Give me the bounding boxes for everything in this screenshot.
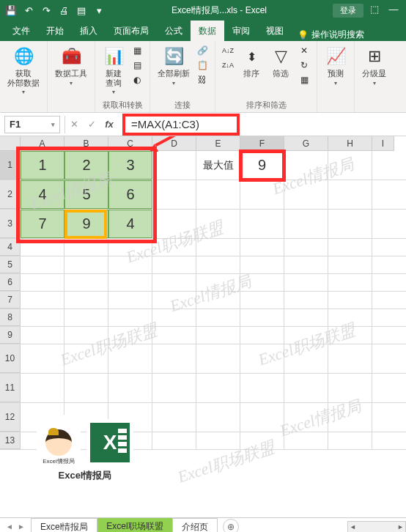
scroll-left-icon[interactable]: ◄ [350,523,356,531]
col-I[interactable]: I [372,136,394,151]
sheet-tab-2[interactable]: Excel职场联盟 [97,517,172,533]
new-file-icon[interactable]: ▤ [75,4,88,17]
rowhead-4[interactable]: 4 [0,239,21,256]
scroll-right-icon[interactable]: ► [397,523,404,531]
advanced-icon[interactable]: ▦ [298,73,311,86]
col-H[interactable]: H [328,136,372,151]
rowhead-8[interactable]: 8 [0,309,21,326]
rowhead-12[interactable]: 12 [0,403,21,432]
name-box[interactable]: F1 ▾ [4,116,60,133]
rowhead-1[interactable]: 1 [0,151,21,180]
tab-review[interactable]: 审阅 [224,21,258,41]
cell-B3[interactable]: 9 [64,210,108,238]
cell-E2[interactable] [196,180,240,209]
tab-data[interactable]: 数据 [191,21,224,41]
add-sheet-button[interactable]: ⊕ [223,519,239,533]
connections-icon[interactable]: 🔗 [196,44,209,57]
rowhead-10[interactable]: 10 [0,344,21,373]
col-G[interactable]: G [284,136,328,151]
col-C[interactable]: C [108,136,152,151]
rowhead-11[interactable]: 11 [0,374,21,402]
properties-icon[interactable]: 📋 [196,59,209,72]
cell-B1[interactable]: 2 [64,151,108,180]
cell-G3[interactable] [284,210,328,238]
select-all-corner[interactable] [0,136,21,151]
chevron-down-icon[interactable]: ▾ [51,121,55,128]
rowhead-6[interactable]: 6 [0,274,21,291]
sheet-nav-prev-icon[interactable]: ◄ [4,522,15,531]
col-F[interactable]: F [240,136,284,151]
cell-H1[interactable] [328,151,372,180]
edit-links-icon[interactable]: ⛓ [196,73,209,86]
horizontal-scrollbar[interactable]: ◄ ► [347,521,406,533]
cell-A3[interactable]: 7 [21,210,64,238]
from-table-icon[interactable]: ▤ [130,59,144,72]
cell-E1[interactable]: 最大值 [196,151,240,180]
enter-icon[interactable]: ✓ [83,119,100,130]
cell-A2[interactable]: 4 [21,180,64,209]
sort-asc-icon[interactable]: A↓Z [221,44,235,57]
show-queries-icon[interactable]: ▦ [130,44,144,57]
print-preview-icon[interactable]: 🖨 [57,4,70,17]
cancel-icon[interactable]: ✕ [65,119,83,130]
forecast-button[interactable]: 📈 预测 ▾ [323,44,348,88]
cell-F1[interactable]: 9 [240,151,284,180]
data-tools-button[interactable]: 🧰 数据工具 ▾ [53,44,89,88]
rowhead-2[interactable]: 2 [0,180,21,209]
tab-insert[interactable]: 插入 [72,21,106,41]
tab-formula[interactable]: 公式 [157,21,191,41]
cell-C2[interactable]: 6 [108,180,152,209]
cell-C3[interactable]: 4 [108,210,152,238]
cell-D3[interactable] [152,210,196,238]
new-query-button[interactable]: 📊 新建 查询 ▾ [101,44,126,97]
tell-me[interactable]: 💡 操作说明搜索 [298,29,364,41]
cell-E3[interactable] [196,210,240,238]
cell-F2[interactable] [240,180,284,209]
cell-C1[interactable]: 3 [108,151,152,180]
reapply-icon[interactable]: ↻ [298,59,311,72]
rowhead-9[interactable]: 9 [0,327,21,344]
tab-home[interactable]: 开始 [38,21,72,41]
cell-A4[interactable] [21,239,64,256]
col-A[interactable]: A [21,136,64,151]
login-button[interactable]: 登录 [333,4,363,18]
sort-button[interactable]: ⬍ 排序 [239,44,264,80]
redo-icon[interactable]: ↷ [40,4,53,17]
rowhead-3[interactable]: 3 [0,210,21,238]
cell-A1[interactable]: 1 [21,151,64,180]
get-external-data-button[interactable]: 🌐 获取 外部数据 ▾ [6,44,41,97]
cell-F3[interactable] [240,210,284,238]
sheet-tab-1[interactable]: Excel情报局 [31,518,97,533]
tab-layout[interactable]: 页面布局 [106,21,157,41]
formula-bar-highlight[interactable]: =MAX(A1:C3) [122,114,240,136]
cell-B2[interactable]: 5 [64,180,108,209]
rowhead-7[interactable]: 7 [0,292,21,309]
sort-desc-icon[interactable]: Z↓A [221,59,235,72]
cell-D2[interactable] [152,180,196,209]
tab-view[interactable]: 视图 [258,21,292,41]
cell-G2[interactable] [284,180,328,209]
save-icon[interactable]: 💾 [4,4,18,17]
tab-file[interactable]: 文件 [4,21,38,41]
col-E[interactable]: E [196,136,240,151]
sheet-nav-next-icon[interactable]: ► [16,522,26,531]
cell-H2[interactable] [328,180,372,209]
clear-filter-icon[interactable]: ✕ [298,44,311,57]
subtotal-button[interactable]: ⊞ 分级显 ▾ [361,44,388,88]
cell-G1[interactable] [284,151,328,180]
fx-icon[interactable]: fx [100,119,118,130]
ribbon-options-icon[interactable]: ⬚ [366,4,383,18]
minimize-icon[interactable]: — [385,4,402,18]
logo-caption: Excel情报局 [59,469,112,482]
cell-H3[interactable] [328,210,372,238]
rowhead-13[interactable]: 13 [0,432,21,449]
filter-button[interactable]: ▽ 筛选 [268,44,293,80]
cell-D1[interactable] [152,151,196,180]
col-B[interactable]: B [64,136,108,151]
undo-icon[interactable]: ↶ [22,4,35,17]
sheet-tab-3[interactable]: 介绍页 [172,518,218,533]
refresh-all-button[interactable]: 🔄 全部刷新 ▾ [156,44,191,88]
recent-sources-icon[interactable]: ◐ [130,73,144,86]
qat-dropdown-icon[interactable]: ▾ [92,4,106,17]
rowhead-5[interactable]: 5 [0,256,21,273]
